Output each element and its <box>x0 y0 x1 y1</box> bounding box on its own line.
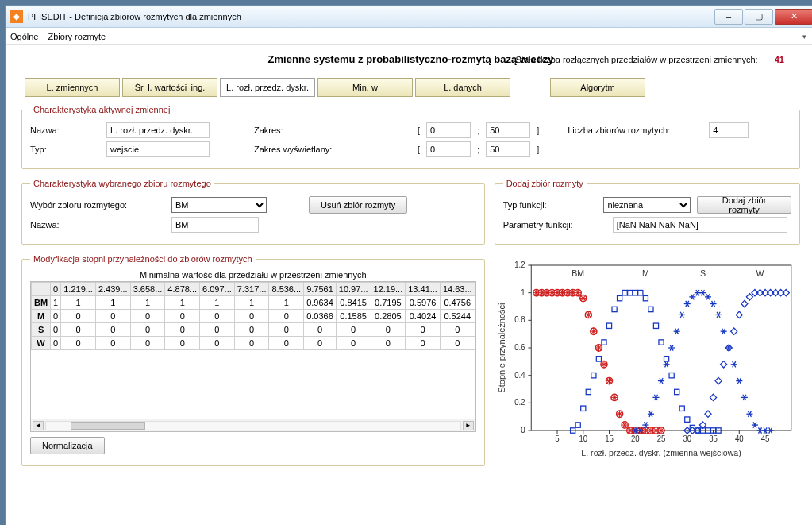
table-cell[interactable]: 0 <box>440 337 475 350</box>
table-cell[interactable]: 0.1585 <box>336 310 371 323</box>
scroll-left-icon[interactable]: ◄ <box>33 421 44 430</box>
table-cell[interactable]: 0 <box>165 323 200 337</box>
svg-marker-278 <box>705 411 711 417</box>
table-cell[interactable]: 0 <box>371 323 406 337</box>
table-cell[interactable]: 0 <box>95 310 130 323</box>
normalize-button[interactable]: Normalizacja <box>30 437 105 454</box>
minimize-button[interactable]: – <box>714 9 743 25</box>
label-typ-funkcji: Typ funkcji: <box>503 200 598 210</box>
tab-l-rozl-przedz[interactable]: L. rozł. przedz. dyskr. <box>220 78 315 97</box>
table-cell[interactable]: 1 <box>61 296 96 310</box>
svg-rect-174 <box>622 290 627 295</box>
table-cell[interactable]: 0 <box>61 323 96 337</box>
table-cell[interactable]: 0 <box>200 323 235 337</box>
input-zakres-wys-min[interactable] <box>426 141 471 157</box>
table-cell[interactable]: 0 <box>61 310 96 323</box>
scroll-right-icon[interactable]: ► <box>463 421 474 430</box>
table-cell[interactable]: 0 <box>234 323 269 337</box>
table-cell[interactable]: 0 <box>406 323 441 337</box>
table-cell[interactable]: 0 <box>165 337 200 350</box>
table-cell[interactable]: 1 <box>165 296 200 310</box>
table-cell[interactable]: 0 <box>269 337 304 350</box>
svg-text:0.6: 0.6 <box>514 343 525 352</box>
delete-fuzzy-button[interactable]: Usuń zbiór rozmyty <box>309 196 407 214</box>
close-button[interactable]: ✕ <box>775 9 812 25</box>
table-cell[interactable]: 0.8415 <box>336 296 371 310</box>
table-cell[interactable]: 0 <box>336 323 371 337</box>
field-nazwa[interactable]: L. rozł. przedz. dyskr. <box>106 122 210 138</box>
table-cell[interactable]: 0.5244 <box>440 310 475 323</box>
field-typ[interactable]: wejscie <box>106 141 210 157</box>
svg-text:S: S <box>700 268 706 278</box>
table-cell[interactable]: 0 <box>130 310 165 323</box>
table-cell[interactable]: 0 <box>130 323 165 337</box>
tab-sr-wartosci[interactable]: Śr. l. wartości ling. <box>122 78 217 97</box>
group-char-fuzzy-legend: Charakterystyka wybranego zbioru rozmyte… <box>30 179 214 188</box>
svg-text:0.2: 0.2 <box>514 398 525 407</box>
svg-rect-175 <box>627 290 632 295</box>
input-liczba-zbiorow[interactable] <box>709 122 749 138</box>
table-cell[interactable]: 0.4024 <box>406 310 441 323</box>
menu-more-icon[interactable]: ▾ <box>802 33 811 41</box>
svg-text:0.4: 0.4 <box>514 371 525 380</box>
table-cell[interactable]: 0 <box>51 310 61 323</box>
select-typ-funkcji[interactable]: nieznana <box>603 197 691 213</box>
input-fuzzy-nazwa[interactable] <box>171 217 259 233</box>
table-cell[interactable]: 0.4756 <box>440 296 475 310</box>
table-cell[interactable]: 0 <box>234 337 269 350</box>
table-cell[interactable]: 0 <box>269 323 304 337</box>
table-cell[interactable]: 0 <box>304 323 337 337</box>
table-cell[interactable]: 1 <box>269 296 304 310</box>
horizontal-scrollbar[interactable]: ◄ ► <box>31 419 475 431</box>
input-zakres-wys-max[interactable] <box>486 141 530 157</box>
svg-marker-285 <box>741 300 747 307</box>
table-cell[interactable]: 0 <box>371 337 406 350</box>
table-cell[interactable]: 0 <box>406 337 441 350</box>
membership-table[interactable]: 01.219...2.439...3.658...4.878...6.097..… <box>31 282 475 350</box>
table-col-header: 1.219... <box>61 283 96 296</box>
menu-ogolne[interactable]: Ogólne <box>10 32 38 41</box>
table-cell[interactable]: 0.9634 <box>304 296 337 310</box>
table-cell[interactable]: 0 <box>336 337 371 350</box>
table-cell[interactable]: 0.2805 <box>371 310 406 323</box>
tab-l-danych[interactable]: L. danych <box>415 78 510 97</box>
group-add-fuzzy-legend: Dodaj zbiór rozmyty <box>503 179 587 188</box>
svg-marker-286 <box>746 294 752 300</box>
table-cell[interactable]: 0 <box>130 337 165 350</box>
tab-algorytm[interactable]: Algorytm <box>550 78 645 97</box>
table-cell[interactable]: 0 <box>200 310 235 323</box>
svg-rect-183 <box>669 373 674 377</box>
table-cell[interactable]: 0 <box>51 337 61 350</box>
table-cell[interactable]: 1 <box>234 296 269 310</box>
table-cell[interactable]: 0 <box>51 323 61 337</box>
table-cell[interactable]: 1 <box>130 296 165 310</box>
table-cell[interactable]: 0 <box>200 337 235 350</box>
tab-min-w[interactable]: Min. w <box>317 78 413 97</box>
table-cell[interactable]: 0.5976 <box>406 296 441 310</box>
table-cell[interactable]: 0 <box>61 337 96 350</box>
table-cell[interactable]: 0 <box>95 323 130 337</box>
input-zakres-min[interactable] <box>426 122 471 138</box>
add-fuzzy-button[interactable]: Dodaj zbiór rozmyty <box>697 196 791 214</box>
table-cell[interactable]: 0.7195 <box>371 296 406 310</box>
table-cell[interactable]: 1 <box>51 296 61 310</box>
table-cell[interactable]: 0 <box>95 337 130 350</box>
select-wybor-zbioru[interactable]: BM <box>171 197 267 213</box>
table-col-header: 13.41... <box>406 283 441 296</box>
input-param-funkcji[interactable] <box>613 217 787 233</box>
svg-text:L. rozł. przedz. dyskr. (zmien: L. rozł. przedz. dyskr. (zmienna wejścio… <box>581 448 741 457</box>
window-title: PFISEDIT - Definicja zbiorow rozmytych d… <box>28 12 714 21</box>
table-cell[interactable]: 0 <box>165 310 200 323</box>
table-cell[interactable]: 0 <box>304 337 337 350</box>
table-cell[interactable]: 1 <box>200 296 235 310</box>
table-cell[interactable]: 0 <box>269 310 304 323</box>
input-zakres-max[interactable] <box>486 122 530 138</box>
tab-l-zmiennych[interactable]: L. zmiennych <box>25 78 120 97</box>
range-sep-1: ; <box>477 125 479 135</box>
maximize-button[interactable]: ▢ <box>745 9 773 25</box>
table-cell[interactable]: 0 <box>234 310 269 323</box>
table-cell[interactable]: 1 <box>95 296 130 310</box>
menu-zbiory[interactable]: Zbiory rozmyte <box>48 32 106 41</box>
table-cell[interactable]: 0 <box>440 323 475 337</box>
table-cell[interactable]: 0.0366 <box>304 310 337 323</box>
